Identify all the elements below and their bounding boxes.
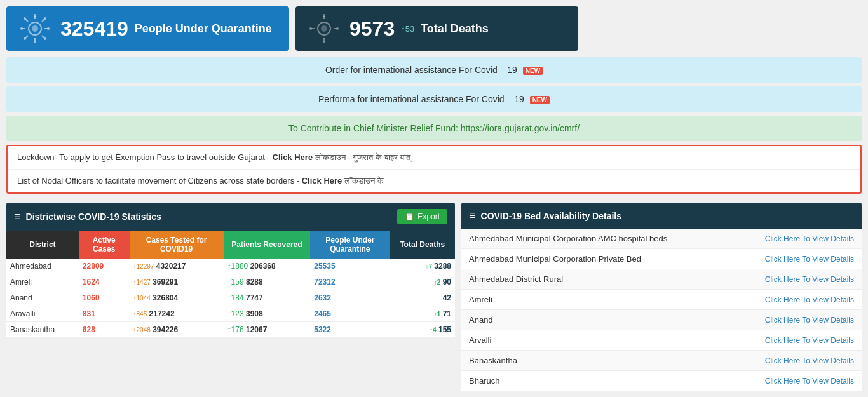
bed-header: ≡ COVID-19 Bed Availability Details <box>461 203 862 229</box>
banner-1-text: Order for international assistance For C… <box>325 65 517 75</box>
svg-line-14 <box>25 36 28 38</box>
banner-3[interactable]: To Contribute in Chief Minister Relief F… <box>6 116 862 141</box>
lockdown-banner-1[interactable]: Lockdown- To apply to get Exemption Pass… <box>8 146 860 169</box>
td-quarantine: 72312 <box>310 274 390 290</box>
bed-facility-name: Bharuch <box>461 371 730 391</box>
list-item: Banaskantha Click Here To View Details <box>461 351 862 371</box>
col-recovered: Patients Recovered <box>224 231 311 259</box>
svg-point-25 <box>309 27 312 30</box>
quarantine-label: People Under Quarantine <box>135 22 272 36</box>
td-tested: ↑845 217242 <box>130 306 224 322</box>
td-deaths: ↑1 71 <box>390 306 455 322</box>
lockdown-section: Lockdown- To apply to get Exemption Pass… <box>6 145 862 194</box>
lockdown-link-2[interactable]: Click Here <box>302 176 342 185</box>
lockdown-banner-2[interactable]: List of Nodal Officers to facilitate mov… <box>8 169 860 192</box>
bed-facility-name: Amreli <box>461 290 730 310</box>
td-active: 628 <box>79 322 130 338</box>
bed-view-link[interactable]: Click Here To View Details <box>765 316 854 325</box>
new-badge-1: NEW <box>523 67 543 75</box>
quarantine-card: 325419 People Under Quarantine <box>6 6 289 51</box>
bed-facility-name: Anand <box>461 310 730 330</box>
bed-view-link[interactable]: Click Here To View Details <box>765 234 854 243</box>
bed-facility-name: Banaskantha <box>461 351 730 371</box>
bed-facility-name: Ahmedabad Municipal Corporation Private … <box>461 249 730 269</box>
bed-facility-name: Ahmedabad Municipal Corporation AMC hosp… <box>461 229 730 249</box>
lockdown-hindi-2: लॉकडाउन के <box>344 176 384 185</box>
list-item: Bharuch Click Here To View Details <box>461 371 862 391</box>
td-recovered: ↑1880 206368 <box>224 259 311 274</box>
td-recovered: ↑176 12067 <box>224 322 311 338</box>
bed-view-link[interactable]: Click Here To View Details <box>765 377 854 386</box>
td-active: 831 <box>79 306 130 322</box>
bed-facility-name: Ahmedabad District Rural <box>461 269 730 290</box>
lockdown-text-1: Lockdown- To apply to get Exemption Pass… <box>17 152 273 162</box>
bed-view-link[interactable]: Click Here To View Details <box>765 275 854 284</box>
td-quarantine: 2465 <box>310 306 390 322</box>
list-item: Ahmedabad Municipal Corporation Private … <box>461 249 862 269</box>
svg-point-5 <box>34 41 36 43</box>
lockdown-link-1[interactable]: Click Here <box>273 152 313 162</box>
quarantine-number: 325419 <box>60 17 128 41</box>
col-active: Active Cases <box>79 231 130 259</box>
district-table-section: ≡ Districtwise COVID-19 Statistics 📋 Exp… <box>6 203 455 391</box>
svg-line-16 <box>42 36 44 38</box>
deaths-label: Total Deaths <box>421 22 489 36</box>
col-tested: Cases Tested for COVID19 <box>130 231 224 259</box>
bed-view-link[interactable]: Click Here To View Details <box>765 255 854 264</box>
svg-point-17 <box>44 37 46 40</box>
svg-line-12 <box>42 19 44 22</box>
lockdown-text-2: List of Nodal Officers to facilitate mov… <box>17 176 302 185</box>
td-recovered: ↑159 8288 <box>224 274 311 290</box>
svg-point-9 <box>47 27 50 30</box>
svg-point-11 <box>24 17 26 20</box>
table-row: Amreli 1624 ↑1427 369291 ↑159 8288 72312… <box>6 274 455 290</box>
deaths-number: 9573 <box>349 17 395 41</box>
table-row: Aravalli 831 ↑845 217242 ↑123 3908 2465 … <box>6 306 455 322</box>
list-item: Ahmedabad District Rural Click Here To V… <box>461 269 862 290</box>
main-content: ≡ Districtwise COVID-19 Statistics 📋 Exp… <box>0 198 868 396</box>
svg-point-3 <box>34 14 36 17</box>
td-deaths: 42 <box>390 290 455 306</box>
td-deaths: ↑7 3288 <box>390 259 455 274</box>
svg-point-13 <box>44 17 46 20</box>
export-icon: 📋 <box>405 212 414 221</box>
bed-view-link[interactable]: Click Here To View Details <box>765 356 854 365</box>
td-quarantine: 25535 <box>310 259 390 274</box>
list-item: Arvalli Click Here To View Details <box>461 330 862 351</box>
district-table-title: ≡ Districtwise COVID-19 Statistics <box>14 210 161 224</box>
td-recovered: ↑184 7747 <box>224 290 311 306</box>
list-item: Ahmedabad Municipal Corporation AMC hosp… <box>461 229 862 249</box>
table-row: Ahmedabad 22809 ↑12297 4320217 ↑1880 206… <box>6 259 455 274</box>
list-icon: ≡ <box>14 210 21 224</box>
export-button[interactable]: 📋 Export <box>397 209 447 224</box>
td-quarantine: 2632 <box>310 290 390 306</box>
bed-facility-name: Arvalli <box>461 330 730 351</box>
table-row: Banaskantha 628 ↑2048 394226 ↑176 12067 … <box>6 322 455 338</box>
virus-icon <box>19 13 51 44</box>
list-item: Anand Click Here To View Details <box>461 310 862 330</box>
td-tested: ↑12297 4320217 <box>130 259 224 274</box>
td-recovered: ↑123 3908 <box>224 306 311 322</box>
svg-point-23 <box>323 41 325 43</box>
svg-point-1 <box>32 25 38 32</box>
bed-view-link[interactable]: Click Here To View Details <box>765 336 854 345</box>
banner-1[interactable]: Order for international assistance For C… <box>6 57 862 83</box>
deaths-delta: ↑53 <box>401 24 414 34</box>
district-table: District Active Cases Cases Tested for C… <box>6 231 455 338</box>
bed-view-link[interactable]: Click Here To View Details <box>765 295 854 304</box>
district-table-header: ≡ Districtwise COVID-19 Statistics 📋 Exp… <box>6 203 455 231</box>
td-tested: ↑1427 369291 <box>130 274 224 290</box>
bed-list-icon: ≡ <box>469 209 476 222</box>
td-district: Aravalli <box>6 306 79 322</box>
td-district: Anand <box>6 290 79 306</box>
bed-section: ≡ COVID-19 Bed Availability Details Ahme… <box>461 203 862 391</box>
banner-2[interactable]: Performa for international assistance Fo… <box>6 86 862 112</box>
banner-2-text: Performa for international assistance Fo… <box>318 94 524 104</box>
svg-point-7 <box>20 27 23 30</box>
lockdown-hindi-1: लॉकडाउन - गुजरात के बाहर यात् <box>315 152 410 162</box>
svg-line-10 <box>25 19 28 22</box>
table-row: Anand 1060 ↑1044 326804 ↑184 7747 2632 4… <box>6 290 455 306</box>
td-deaths: ↑2 90 <box>390 274 455 290</box>
td-quarantine: 5322 <box>310 322 390 338</box>
td-district: Ahmedabad <box>6 259 79 274</box>
